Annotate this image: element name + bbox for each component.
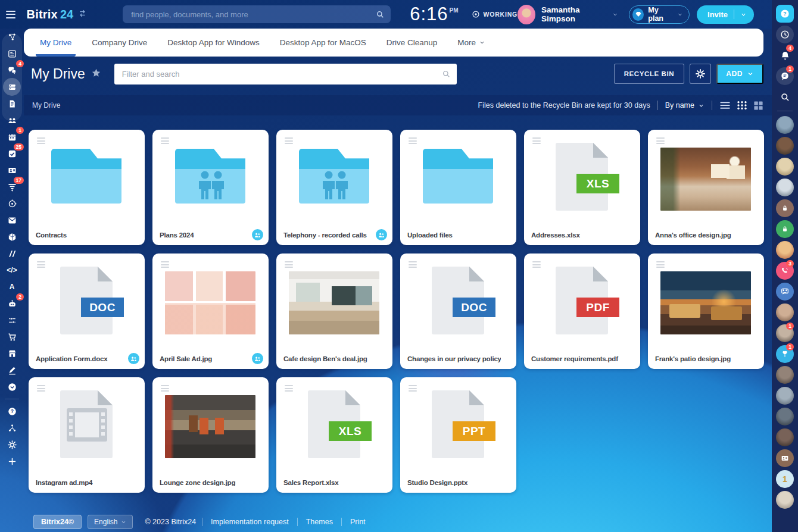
chat-avatar[interactable]: 1: [776, 324, 794, 342]
card-menu-icon[interactable]: [36, 384, 46, 393]
card-menu-icon[interactable]: [36, 260, 46, 269]
file-card-plans-2024[interactable]: Plans 2024: [152, 130, 269, 245]
file-card-anna-s-office-design-jpg[interactable]: Anna's office design.jpg: [648, 130, 764, 245]
card-menu-icon[interactable]: [531, 136, 542, 145]
file-card-application-form-docx[interactable]: DOCApplication Form.docx: [29, 254, 145, 369]
card-menu-icon[interactable]: [160, 136, 170, 145]
chat-avatar[interactable]: [776, 303, 794, 321]
chat-avatar[interactable]: [776, 366, 794, 384]
sidebar-item-automation-icon[interactable]: A: [0, 278, 24, 295]
shared-badge-icon[interactable]: [252, 229, 263, 240]
list-view-icon[interactable]: [719, 101, 731, 110]
chat-avatar[interactable]: [776, 387, 794, 405]
chat-avatar[interactable]: [776, 428, 794, 446]
recycle-bin-button[interactable]: RECYCLE BIN: [614, 64, 685, 84]
chat-avatar[interactable]: [776, 179, 794, 196]
sidebar-item-vibe-icon[interactable]: [0, 29, 24, 45]
chat-figurine-icon[interactable]: 1: [776, 470, 794, 488]
tile-view-icon[interactable]: [753, 101, 763, 111]
tab-desktop-app-for-macos[interactable]: Desktop App for MacOS: [270, 29, 376, 57]
shared-badge-icon[interactable]: [376, 229, 387, 240]
sidebar-item-sales-icon[interactable]: 17: [0, 179, 24, 195]
work-status[interactable]: WORKING: [472, 10, 518, 18]
sidebar-item-sites-icon[interactable]: [0, 245, 24, 262]
chat-chatgroup-icon[interactable]: [776, 283, 794, 301]
card-menu-icon[interactable]: [655, 136, 666, 145]
search-icon[interactable]: [375, 10, 385, 21]
sidebar-item-crm-icon[interactable]: [0, 162, 24, 179]
right-tool-notifications-icon[interactable]: 4: [776, 46, 794, 64]
sidebar-item-plus-icon[interactable]: [0, 453, 24, 470]
file-card-customer-requirements-pdf[interactable]: PDFCustomer requirements.pdf: [524, 254, 640, 369]
sidebar-item-flows-icon[interactable]: [0, 312, 24, 328]
chat-avatar[interactable]: [776, 491, 794, 509]
footer-link-implementation-request[interactable]: Implementation request: [202, 518, 297, 526]
user-menu[interactable]: Samantha Simpson: [518, 5, 618, 24]
footer-brand-button[interactable]: Bitrix24©: [33, 515, 82, 529]
file-card-lounge-zone-design-jpg[interactable]: Lounge zone design.jpg: [152, 377, 269, 493]
sidebar-item-dev-icon[interactable]: </>: [0, 262, 24, 278]
sidebar-item-more-icon[interactable]: [0, 378, 24, 395]
file-card-changes-in-our-privacy-policy-docx[interactable]: DOCChanges in our privacy policy.docx: [400, 254, 516, 369]
card-menu-icon[interactable]: [531, 260, 542, 269]
file-card-cafe-design-ben-s-deal-jpg[interactable]: Cafe design Ben's deal.jpg: [276, 254, 392, 369]
sidebar-item-help-icon[interactable]: ?: [0, 403, 24, 420]
card-menu-icon[interactable]: [160, 260, 170, 269]
chat-art-icon[interactable]: 1: [776, 345, 794, 363]
file-card-contracts[interactable]: Contracts: [29, 130, 145, 245]
sidebar-item-messenger-icon[interactable]: 4: [0, 62, 24, 79]
sidebar-item-tasks-icon[interactable]: 25: [0, 145, 24, 162]
drive-settings-button[interactable]: [690, 64, 711, 84]
my-plan-button[interactable]: My plan: [629, 5, 690, 24]
sidebar-item-calendar-icon[interactable]: 1: [0, 129, 24, 145]
sidebar-item-structure-icon[interactable]: [0, 420, 24, 436]
card-menu-icon[interactable]: [655, 260, 666, 269]
shared-badge-icon[interactable]: [128, 353, 139, 364]
chat-lock-icon[interactable]: [776, 220, 794, 238]
breadcrumb[interactable]: My Drive: [32, 101, 60, 109]
chat-phone-icon[interactable]: 3: [776, 262, 794, 280]
favorite-star-icon[interactable]: [91, 68, 101, 80]
file-card-addresses-xlsx[interactable]: XLSAddresses.xlsx: [524, 130, 640, 245]
file-card-telephony-recorded-calls[interactable]: Telephony - recorded calls: [276, 130, 392, 245]
tab-desktop-app-for-windows[interactable]: Desktop App for Windows: [157, 29, 270, 57]
sidebar-item-settings-icon[interactable]: [0, 436, 24, 453]
file-card-uploaded-files[interactable]: Uploaded files: [400, 130, 516, 245]
tab-my-drive[interactable]: My Drive: [30, 29, 82, 57]
sidebar-item-shop-icon[interactable]: [0, 345, 24, 362]
swap-arrows-icon[interactable]: [78, 9, 87, 20]
add-button[interactable]: ADD: [716, 64, 763, 84]
tab-company-drive[interactable]: Company Drive: [82, 29, 157, 57]
card-menu-icon[interactable]: [283, 136, 294, 145]
chat-avatar[interactable]: [776, 137, 794, 155]
file-card-sales-report-xlsx[interactable]: XLSSales Report.xlsx: [276, 377, 392, 493]
chat-card-icon[interactable]: [776, 449, 794, 467]
bitrix24-logo[interactable]: Bitrix 24: [27, 8, 74, 21]
card-menu-icon[interactable]: [160, 384, 170, 393]
time-display[interactable]: 6:16 PM: [410, 4, 458, 24]
right-tool-search-icon[interactable]: [776, 88, 794, 106]
language-selector[interactable]: English: [88, 515, 133, 529]
invite-button[interactable]: Invite: [697, 5, 754, 24]
footer-link-print[interactable]: Print: [341, 518, 374, 526]
grid-view-icon[interactable]: [737, 100, 747, 111]
sidebar-item-marketing-icon[interactable]: [0, 195, 24, 212]
sidebar-item-mail-icon[interactable]: [0, 212, 24, 229]
right-tool-dialog-icon[interactable]: 1: [776, 67, 794, 85]
filter-search-icon[interactable]: [441, 69, 451, 81]
sidebar-item-groups-icon[interactable]: [0, 112, 24, 129]
sidebar-item-knowledge-icon[interactable]: [0, 229, 24, 245]
tab-more[interactable]: More: [447, 29, 495, 57]
sidebar-item-copilot-icon[interactable]: 2: [0, 295, 24, 312]
card-menu-icon[interactable]: [407, 260, 418, 269]
card-menu-icon[interactable]: [407, 384, 418, 393]
right-tool-helpdesk-icon[interactable]: ?: [776, 5, 794, 23]
file-card-instagram-ad-mp4[interactable]: Instagram ad.mp4: [29, 377, 145, 493]
sidebar-item-feed-icon[interactable]: [0, 45, 24, 62]
chat-avatar[interactable]: [776, 116, 794, 134]
file-card-studio-design-pptx[interactable]: PPTStudio Design.pptx: [400, 377, 516, 493]
chat-avatar[interactable]: [776, 158, 794, 176]
tab-drive-cleanup[interactable]: Drive Cleanup: [376, 29, 448, 57]
file-card-april-sale-ad-jpg[interactable]: April Sale Ad.jpg: [152, 254, 269, 369]
card-menu-icon[interactable]: [283, 260, 294, 269]
